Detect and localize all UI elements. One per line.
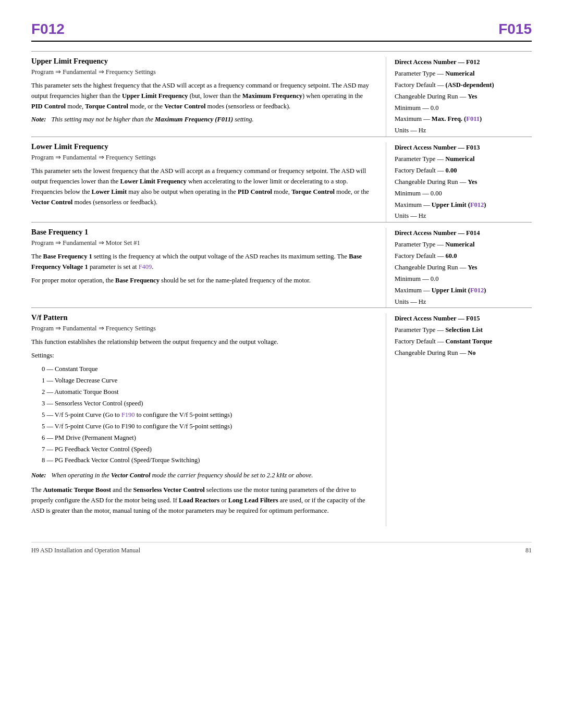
- section-f014-body-0: The Base Frequency 1 setting is the freq…: [31, 251, 370, 272]
- section-f013-title: Lower Limit Frequency: [31, 142, 370, 151]
- f409-link[interactable]: F409: [139, 263, 152, 270]
- section-f015-settings-label: Settings:: [31, 350, 370, 361]
- section-f013: Lower Limit FrequencyProgram ⇒ Fundament…: [31, 137, 532, 222]
- section-f015-title: V/f Pattern: [31, 313, 370, 322]
- section-f015-note2: Note:When operating in the Vector Contro…: [31, 472, 370, 479]
- section-f015-right: Direct Access Number — F015Parameter Typ…: [386, 313, 532, 526]
- section-f014-body-1: For proper motor operation, the Base Fre…: [31, 275, 370, 286]
- section-f012-right: Direct Access Number — F012Parameter Typ…: [386, 57, 532, 137]
- settings-list-item: 2 — Automatic Torque Boost: [42, 387, 370, 398]
- page-header: F012 F015: [31, 21, 532, 42]
- right-units: Units — Hz: [395, 297, 532, 308]
- section-f012-note: Note:This setting may not be higher than…: [31, 116, 370, 124]
- settings-list-item: 8 — PG Feedback Vector Control (Speed/To…: [42, 455, 370, 466]
- section-f015-left: V/f PatternProgram ⇒ Fundamental ⇒ Frequ…: [31, 313, 386, 526]
- header-right: F015: [498, 21, 532, 38]
- section-f013-path: Program ⇒ Fundamental ⇒ Frequency Settin…: [31, 153, 370, 162]
- right-param-type: Parameter Type — Numerical: [395, 68, 532, 80]
- settings-list-item: 7 — PG Feedback Vector Control (Speed): [42, 444, 370, 455]
- section-f014-title: Base Frequency 1: [31, 228, 370, 237]
- section-f015-body2: The Automatic Torque Boost and the Senso…: [31, 485, 370, 516]
- right-changeable: Changeable During Run — No: [395, 348, 532, 359]
- note2-label: Note:: [31, 472, 46, 479]
- section-f014-path: Program ⇒ Fundamental ⇒ Motor Set #1: [31, 239, 370, 247]
- right-direct-access: Direct Access Number — F013: [395, 142, 532, 154]
- header-left: F012: [31, 21, 65, 38]
- note2-text: When operating in the Vector Control mod…: [51, 472, 313, 479]
- settings-list-item: 6 — PM Drive (Permanent Magnet): [42, 433, 370, 444]
- right-minimum: Minimum — 0.0: [395, 274, 532, 285]
- section-f014-right: Direct Access Number — F014Parameter Typ…: [386, 228, 532, 307]
- settings-list-item: 3 — Sensorless Vector Control (speed): [42, 398, 370, 410]
- settings-list: 0 — Constant Torque1 — Voltage Decrease …: [42, 364, 370, 466]
- right-maximum: Maximum — Max. Freq. (F011): [395, 114, 532, 125]
- right-units: Units — Hz: [395, 211, 532, 222]
- section-f012-left: Upper Limit FrequencyProgram ⇒ Fundament…: [31, 57, 386, 137]
- footer-right: 81: [525, 547, 532, 554]
- settings-list-item: 0 — Constant Torque: [42, 364, 370, 375]
- note-label: Note:: [31, 116, 46, 124]
- right-changeable: Changeable During Run — Yes: [395, 91, 532, 103]
- f190-link[interactable]: F190: [121, 411, 135, 418]
- section-f012-path: Program ⇒ Fundamental ⇒ Frequency Settin…: [31, 68, 370, 76]
- right-factory-default: Factory Default — 60.0: [395, 251, 532, 262]
- settings-list-item: 1 — Voltage Decrease Curve: [42, 375, 370, 387]
- section-f013-body-0: This parameter sets the lowest frequency…: [31, 166, 370, 207]
- section-f015-path: Program ⇒ Fundamental ⇒ Frequency Settin…: [31, 324, 370, 332]
- right-factory-default: Factory Default — Constant Torque: [395, 336, 532, 348]
- right-param-type: Parameter Type — Numerical: [395, 154, 532, 165]
- settings-list-item: 5 — V/f 5-point Curve (Go to F190 to con…: [42, 410, 370, 421]
- right-direct-access: Direct Access Number — F014: [395, 228, 532, 239]
- settings-list-item: 5 — V/f 5-point Curve (Go to F190 to con…: [42, 421, 370, 433]
- right-units: Units — Hz: [395, 125, 532, 137]
- section-f015: V/f PatternProgram ⇒ Fundamental ⇒ Frequ…: [31, 307, 532, 526]
- right-factory-default: Factory Default — (ASD-dependent): [395, 80, 532, 91]
- section-f014-left: Base Frequency 1Program ⇒ Fundamental ⇒ …: [31, 228, 386, 307]
- section-f013-left: Lower Limit FrequencyProgram ⇒ Fundament…: [31, 142, 386, 222]
- right-minimum: Minimum — 0.0: [395, 103, 532, 114]
- section-f014: Base Frequency 1Program ⇒ Fundamental ⇒ …: [31, 222, 532, 307]
- right-direct-access: Direct Access Number — F012: [395, 57, 532, 68]
- sections-container: Upper Limit FrequencyProgram ⇒ Fundament…: [31, 51, 532, 526]
- right-maximum: Maximum — Upper Limit (F012): [395, 200, 532, 211]
- right-direct-access: Direct Access Number — F015: [395, 313, 532, 325]
- right-maximum: Maximum — Upper Limit (F012): [395, 285, 532, 297]
- footer-left: H9 ASD Installation and Operation Manual: [31, 547, 140, 554]
- page: F012 F015 Upper Limit FrequencyProgram ⇒…: [0, 0, 563, 728]
- section-f013-right: Direct Access Number — F013Parameter Typ…: [386, 142, 532, 222]
- right-changeable: Changeable During Run — Yes: [395, 262, 532, 274]
- section-f015-body-0: This function establishes the relationsh…: [31, 337, 370, 347]
- section-f012-title: Upper Limit Frequency: [31, 57, 370, 66]
- right-param-type: Parameter Type — Numerical: [395, 239, 532, 251]
- note-text: This setting may not be higher than the …: [51, 116, 253, 124]
- right-minimum: Minimum — 0.00: [395, 188, 532, 200]
- right-changeable: Changeable During Run — Yes: [395, 177, 532, 188]
- section-f012-body-0: This parameter sets the highest frequenc…: [31, 80, 370, 112]
- right-param-type: Parameter Type — Selection List: [395, 325, 532, 336]
- section-f012: Upper Limit FrequencyProgram ⇒ Fundament…: [31, 51, 532, 137]
- page-footer: H9 ASD Installation and Operation Manual…: [31, 542, 532, 554]
- right-factory-default: Factory Default — 0.00: [395, 165, 532, 177]
